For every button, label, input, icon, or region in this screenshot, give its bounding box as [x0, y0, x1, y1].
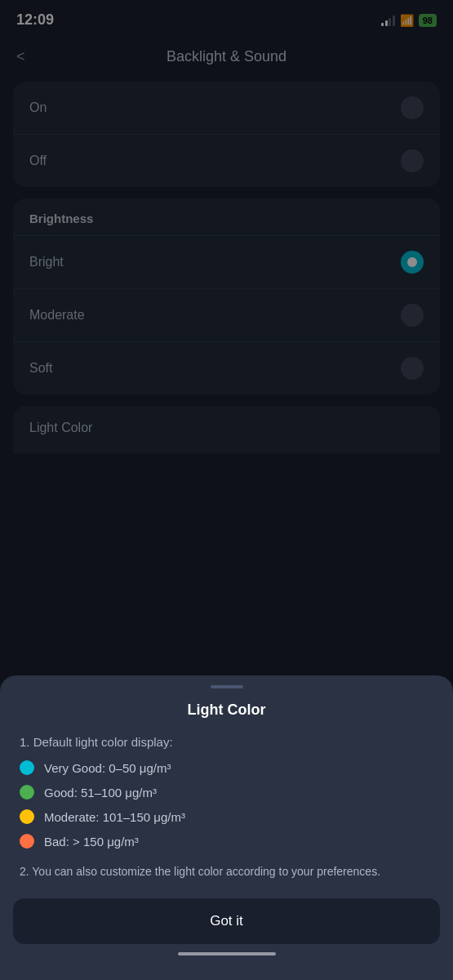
color-dot-good — [20, 785, 34, 800]
sheet-content: 1. Default light color display: Very Goo… — [0, 735, 453, 880]
sheet-section1-label: 1. Default light color display: — [20, 735, 433, 749]
color-dot-bad — [20, 834, 34, 849]
color-label-good: Good: 51–100 μg/m³ — [44, 786, 157, 800]
color-label-moderate: Moderate: 101–150 μg/m³ — [44, 810, 185, 824]
color-dot-moderate — [20, 809, 34, 824]
home-indicator — [178, 952, 276, 956]
color-item-very-good: Very Good: 0–50 μg/m³ — [20, 760, 433, 775]
color-dot-very-good — [20, 760, 34, 775]
bottom-sheet: Light Color 1. Default light color displ… — [0, 675, 453, 980]
color-item-bad: Bad: > 150 μg/m³ — [20, 834, 433, 849]
color-item-good: Good: 51–100 μg/m³ — [20, 785, 433, 800]
color-label-bad: Bad: > 150 μg/m³ — [44, 835, 139, 849]
got-it-button[interactable]: Got it — [13, 898, 440, 944]
sheet-section2-note: 2. You can also customize the light colo… — [20, 863, 433, 880]
color-item-moderate: Moderate: 101–150 μg/m³ — [20, 809, 433, 824]
sheet-title: Light Color — [0, 702, 453, 719]
color-label-very-good: Very Good: 0–50 μg/m³ — [44, 761, 171, 775]
sheet-handle — [211, 685, 243, 688]
